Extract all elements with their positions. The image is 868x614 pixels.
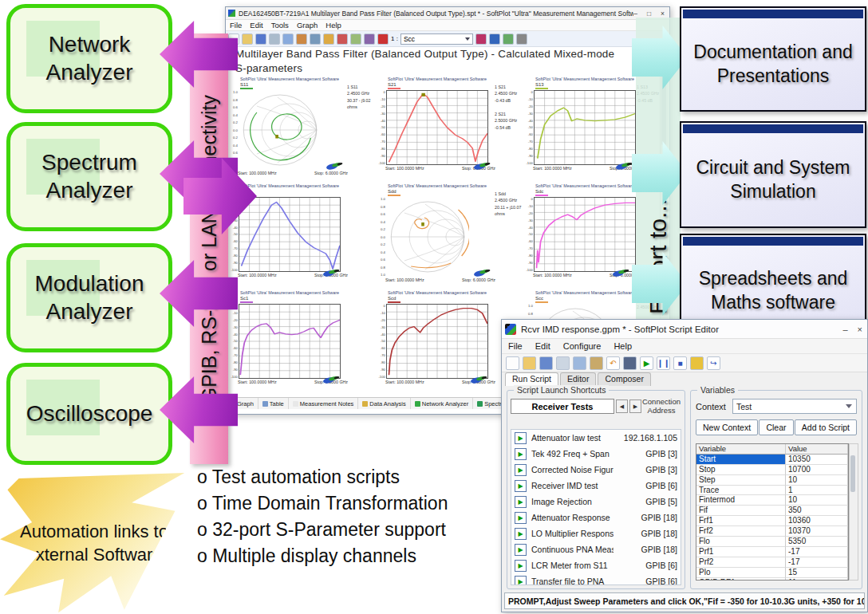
overlay-icon[interactable] <box>516 33 527 45</box>
grid-icon[interactable] <box>350 33 361 45</box>
traces-icon[interactable] <box>489 33 500 45</box>
variable-row[interactable]: Fintermod10 <box>696 495 848 506</box>
tab-measurement-notes[interactable]: Measurement Notes <box>289 398 359 409</box>
main-title-bar[interactable]: DEA162450BT-7219A1 Multilayer Band Pass … <box>226 7 669 20</box>
shortcut-item[interactable]: ▶Tek 492 Freq + SpanGPIB [3] <box>511 446 681 462</box>
tab-editor[interactable]: Editor <box>560 372 596 386</box>
find-icon[interactable] <box>623 356 637 370</box>
menu-graph[interactable]: Graph <box>297 21 318 30</box>
variable-row[interactable]: Stop10700 <box>696 465 848 475</box>
new-context-button[interactable]: New Context <box>696 419 758 435</box>
print-icon[interactable] <box>269 33 280 45</box>
run-script-icon[interactable]: ▶ <box>515 496 527 508</box>
minimize-icon[interactable]: – <box>842 325 847 334</box>
menu-help[interactable]: Help <box>614 341 632 351</box>
menu-help[interactable]: Help <box>326 21 341 30</box>
tab-table[interactable]: Table <box>258 398 289 409</box>
stop-icon[interactable]: ■ <box>673 356 687 370</box>
shortcut-item[interactable]: ▶LO Multiplier ResponseGPIB [18] <box>511 525 681 541</box>
menu-edit[interactable]: Edit <box>535 341 550 351</box>
variable-value: 11 <box>786 578 848 581</box>
acrobat-icon[interactable] <box>377 33 389 45</box>
run-script-icon[interactable]: ▶ <box>515 448 527 460</box>
tab-composer[interactable]: Composer <box>598 372 650 386</box>
copy-icon[interactable] <box>573 356 586 370</box>
variable-row[interactable]: Prf2-17 <box>696 557 848 568</box>
shortcut-item[interactable]: ▶Transfer file to PNAGPIB [6] <box>511 573 681 585</box>
run-script-icon[interactable]: ▶ <box>515 560 527 572</box>
new-icon[interactable] <box>506 356 519 370</box>
variable-row[interactable]: Frf110360 <box>696 516 848 526</box>
notes-icon[interactable] <box>323 33 334 45</box>
run-script-icon[interactable]: ▶ <box>515 464 527 476</box>
menu-edit[interactable]: Edit <box>250 21 262 30</box>
main-window-controls[interactable]: –□× <box>633 10 665 18</box>
category-prev-icon[interactable]: ◀ <box>616 399 628 413</box>
tab-network-analyzer[interactable]: Network Analyzer <box>411 398 473 409</box>
open-icon[interactable] <box>242 33 253 45</box>
variables-group: Variables Context Test New ContextClearA… <box>690 390 862 589</box>
menu-file[interactable]: File <box>508 341 523 351</box>
pause-icon[interactable]: ❙❙ <box>657 356 670 370</box>
run-icon[interactable]: ▶ <box>640 356 653 370</box>
run-script-icon[interactable]: ▶ <box>515 432 527 444</box>
trace-combo[interactable]: Scc <box>400 33 473 45</box>
pen-icon[interactable] <box>364 33 375 45</box>
shortcut-item[interactable]: ▶Image RejectionGPIB [5] <box>511 494 681 510</box>
category-next-icon[interactable]: ▶ <box>629 399 641 413</box>
variable-row[interactable]: Fif350 <box>696 506 848 516</box>
close-icon[interactable]: × <box>661 10 665 18</box>
timeline-icon[interactable] <box>337 33 348 45</box>
copy-icon[interactable] <box>282 33 294 45</box>
shortcut-item[interactable]: ▶Continuous PNA MeasurementsGPIB [18] <box>511 541 681 557</box>
shortcut-item[interactable]: ▶LCR Meter from S11GPIB [6] <box>511 557 681 573</box>
run-script-icon[interactable]: ▶ <box>515 576 527 586</box>
menu-configure[interactable]: Configure <box>563 341 602 351</box>
variable-row[interactable]: Frf210370 <box>696 526 848 537</box>
minimize-icon[interactable]: – <box>633 10 637 18</box>
variable-row[interactable]: Start10350 <box>696 455 848 465</box>
editor-window-controls[interactable]: –× <box>842 325 862 334</box>
shortcut-item[interactable]: ▶Attenuator law test192.168.1.105 <box>511 430 681 446</box>
save-icon[interactable] <box>539 356 553 370</box>
menu-file[interactable]: File <box>230 21 242 30</box>
paste-icon[interactable] <box>590 356 603 370</box>
shortcut-item[interactable]: ▶Receiver IMD testGPIB [6] <box>511 478 681 494</box>
shortcut-category-button[interactable]: Receiver Tests <box>511 399 614 414</box>
variable-row[interactable]: GPIB RF111 <box>696 578 848 581</box>
refresh-icon[interactable] <box>296 33 307 45</box>
search-icon[interactable] <box>310 33 321 45</box>
editor-title-bar[interactable]: Rcvr IMD response.gpm * - SoftPlot Scrip… <box>502 320 867 339</box>
exit-icon[interactable]: ↪ <box>707 356 720 370</box>
shortcut-item[interactable]: ▶Corrected Noise FigureGPIB [3] <box>511 462 681 478</box>
maximize-icon[interactable]: □ <box>647 10 651 18</box>
tab-data-analysis[interactable]: Data Analysis <box>358 398 410 409</box>
marker-icon[interactable] <box>475 33 487 45</box>
hand-icon[interactable] <box>690 356 704 370</box>
variable-row[interactable]: Plo15 <box>696 568 848 578</box>
variable-row[interactable]: Prf1-17 <box>696 547 848 557</box>
cut-icon[interactable] <box>556 356 570 370</box>
tile-icon[interactable] <box>503 33 514 45</box>
clear-button[interactable]: Clear <box>759 419 793 435</box>
run-script-icon[interactable]: ▶ <box>515 512 527 524</box>
close-icon[interactable]: × <box>858 325 862 334</box>
variable-row[interactable]: Flo5350 <box>696 537 848 547</box>
shortcut-item[interactable]: ▶Attenuator ResponseGPIB [18] <box>511 510 681 525</box>
feature-bullets: o Test automation scriptso Time Domain T… <box>197 464 516 569</box>
add-to-script-button[interactable]: Add to Script <box>795 419 857 435</box>
variable-row[interactable]: Trace1 <box>696 486 848 496</box>
context-select[interactable]: Test <box>732 399 857 414</box>
tab-run-script[interactable]: Run Script <box>505 372 558 386</box>
variables-table[interactable]: VariableValueStart10350Stop10700Step10Tr… <box>696 443 849 581</box>
run-script-icon[interactable]: ▶ <box>515 544 527 556</box>
undo-icon[interactable]: ↶ <box>606 356 620 370</box>
open-icon[interactable] <box>523 356 536 370</box>
save-icon[interactable] <box>255 33 266 45</box>
variable-row[interactable]: Step10 <box>696 475 848 486</box>
run-script-icon[interactable]: ▶ <box>515 528 527 540</box>
variable-value: 5350 <box>786 537 848 547</box>
run-script-icon[interactable]: ▶ <box>515 480 527 492</box>
menu-tools[interactable]: Tools <box>271 21 289 30</box>
variables-scrollbar[interactable] <box>849 443 858 581</box>
